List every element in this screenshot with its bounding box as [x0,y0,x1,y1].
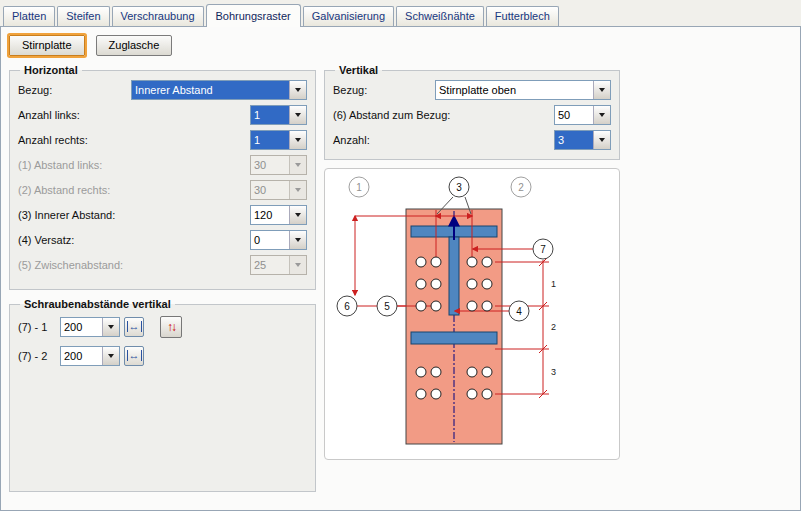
equal-spacing-icon: ↔ [127,350,142,361]
field-row-abstand-zum-bezug: (6) Abstand zum Bezug: 50 [333,102,611,127]
chevron-down-icon [289,131,306,149]
equal-spacing-icon: ↔ [127,321,142,332]
combo-value: 30 [251,156,289,174]
combo-value: 0 [251,231,289,249]
field-row-anzahl-rechts: Anzahl rechts: 1 [18,127,307,152]
tab-steifen[interactable]: Steifen [57,6,109,26]
combo-abstand-zum-bezug[interactable]: 50 [554,105,611,125]
svg-text:1: 1 [551,279,556,289]
combo-7-1[interactable]: 200 [60,317,120,337]
combo-versatz[interactable]: 0 [250,230,307,250]
balloon-7: 7 [533,239,553,259]
combo-7-2[interactable]: 200 [60,346,120,366]
svg-text:2: 2 [518,182,524,193]
tab-futterblech[interactable]: Futterblech [486,6,559,26]
combo-bezug-vertikal[interactable]: Stirnplatte oben [435,80,611,100]
field-row-7-2: (7) - 2 200 ↔ [18,342,307,369]
chevron-down-icon [102,347,119,365]
content-columns: Horizontal Bezug: Innerer Abstand Anzahl… [1,62,800,500]
spacing-labels: 1 2 3 [551,279,556,377]
bolt-pattern-diagram: 1 3 2 6 [327,172,617,456]
tab-bar: Platten Steifen Verschraubung Bohrungsra… [0,0,801,26]
label-abstand-links: (1) Abstand links: [18,159,102,171]
field-row-bezug-horizontal: Bezug: Innerer Abstand [18,77,307,102]
svg-text:2: 2 [551,322,556,332]
label-anzahl-vertikal: Anzahl: [333,134,370,146]
combo-innerer-abstand[interactable]: 120 [250,205,307,225]
svg-text:3: 3 [551,367,556,377]
combo-value: Stirnplatte oben [436,81,593,99]
tab-platten[interactable]: Platten [3,6,55,26]
chevron-down-icon [289,106,306,124]
tab-bohrungsraster[interactable]: Bohrungsraster [206,4,301,27]
combo-value: 3 [555,131,593,149]
group-horizontal-title: Horizontal [20,64,82,76]
field-row-7-1: (7) - 1 200 ↔ ↑↓ [18,313,307,340]
group-schraubenabstaende: Schraubenabstände vertikal (7) - 1 200 ↔… [9,298,316,492]
combo-bezug-horizontal[interactable]: Innerer Abstand [131,80,307,100]
svg-text:6: 6 [344,301,350,312]
chevron-down-icon [289,231,306,249]
balloon-col-left: 1 [349,177,369,197]
swap-vertical-button[interactable]: ↑↓ [160,316,182,338]
label-7-2: (7) - 2 [18,350,56,362]
subtab-zuglasche[interactable]: Zuglasche [96,35,173,56]
chevron-down-icon [593,131,610,149]
balloon-5: 5 [377,296,397,316]
group-schraubenabstaende-title: Schraubenabstände vertikal [20,298,175,310]
application-window: Platten Steifen Verschraubung Bohrungsra… [0,0,801,511]
svg-text:1: 1 [356,182,362,193]
label-innerer-abstand: (3) Innerer Abstand: [18,209,115,221]
combo-value: 120 [251,206,289,224]
tab-page-bohrungsraster: Stirnplatte Zuglasche Horizontal Bezug: … [0,26,801,511]
equal-spacing-button-2[interactable]: ↔ [124,346,144,366]
label-zwischenabstand: (5) Zwischenabstand: [18,259,123,271]
svg-text:5: 5 [384,301,390,312]
combo-anzahl-links[interactable]: 1 [250,105,307,125]
group-vertikal-title: Vertikal [335,64,382,76]
svg-text:7: 7 [540,244,546,255]
field-row-bezug-vertikal: Bezug: Stirnplatte oben [333,77,611,102]
subtab-stirnplatte[interactable]: Stirnplatte [9,35,85,56]
balloon-6: 6 [337,296,357,316]
field-row-innerer-abstand: (3) Innerer Abstand: 120 [18,202,307,227]
label-abstand-zum-bezug: (6) Abstand zum Bezug: [333,109,450,121]
tab-schweissnaehte[interactable]: Schweißnähte [396,6,484,26]
label-versatz: (4) Versatz: [18,234,74,246]
svg-text:3: 3 [456,182,462,193]
balloon-col-right: 2 [511,177,531,197]
chevron-down-icon [289,256,306,274]
group-vertikal: Vertikal Bezug: Stirnplatte oben (6) Abs… [324,64,620,160]
combo-value: 50 [555,106,593,124]
label-7-1: (7) - 1 [18,321,56,333]
combo-value: 1 [251,131,289,149]
balloon-col-center: 3 [449,177,469,197]
combo-value: Innerer Abstand [132,81,289,99]
label-bezug: Bezug: [18,84,52,96]
field-row-abstand-rechts: (2) Abstand rechts: 30 [18,177,307,202]
combo-abstand-links: 30 [250,155,307,175]
label-bezug-vertikal: Bezug: [333,84,367,96]
combo-anzahl-vertikal[interactable]: 3 [554,130,611,150]
field-row-zwischenabstand: (5) Zwischenabstand: 25 [18,252,307,277]
diagram-panel: 1 3 2 6 [324,168,620,460]
group-horizontal: Horizontal Bezug: Innerer Abstand Anzahl… [9,64,316,290]
chevron-down-icon [289,81,306,99]
label-anzahl-links: Anzahl links: [18,109,80,121]
combo-value: 200 [61,347,102,365]
label-anzahl-rechts: Anzahl rechts: [18,134,88,146]
chevron-down-icon [593,81,610,99]
combo-zwischenabstand: 25 [250,255,307,275]
label-abstand-rechts: (2) Abstand rechts: [18,184,110,196]
combo-anzahl-rechts[interactable]: 1 [250,130,307,150]
combo-value: 25 [251,256,289,274]
equal-spacing-button-1[interactable]: ↔ [124,317,144,337]
chevron-down-icon [593,106,610,124]
swap-vertical-icon: ↑↓ [167,320,175,334]
tab-galvanisierung[interactable]: Galvanisierung [303,6,394,26]
combo-value: 200 [61,318,102,336]
tab-verschraubung[interactable]: Verschraubung [112,6,204,26]
chevron-down-icon [289,156,306,174]
right-column: Vertikal Bezug: Stirnplatte oben (6) Abs… [324,64,620,460]
svg-text:4: 4 [516,306,522,317]
